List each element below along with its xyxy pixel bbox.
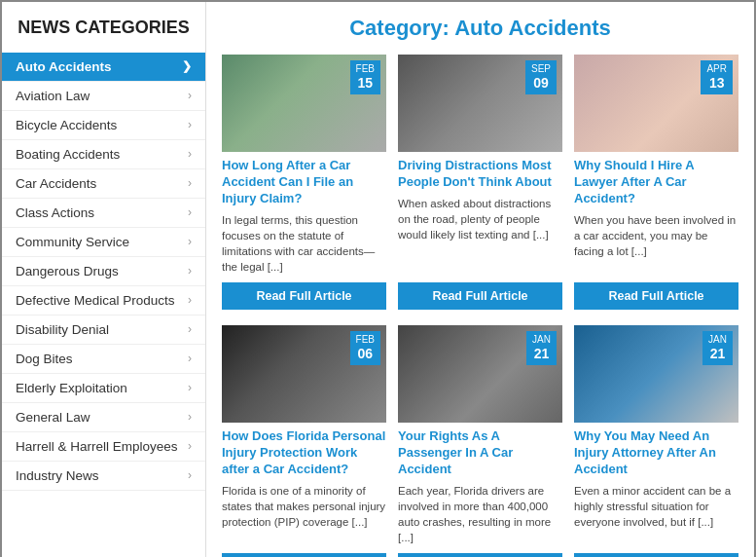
article-date-month: FEB	[356, 334, 375, 346]
article-title: Driving Distractions Most People Don't T…	[398, 158, 562, 191]
sidebar-item-elderly-exploitation[interactable]: Elderly Exploitation›	[2, 374, 205, 403]
chevron-right-icon: ›	[188, 264, 192, 278]
sidebar-title: NEWS CATEGORIES	[2, 18, 205, 53]
sidebar-item-label: Elderly Exploitation	[16, 381, 127, 395]
chevron-right-icon: ›	[188, 293, 192, 307]
sidebar-item-label: Dog Bites	[16, 352, 73, 366]
article-excerpt: Even a minor accident can be a highly st…	[574, 483, 738, 545]
article-body: How Long After a Car Accident Can I File…	[222, 152, 386, 314]
article-date-badge: JAN21	[702, 331, 733, 365]
article-image-wrap: APR13	[574, 55, 738, 152]
article-card: FEB15How Long After a Car Accident Can I…	[222, 55, 386, 314]
chevron-right-icon: ›	[188, 322, 192, 336]
article-body: Driving Distractions Most People Don't T…	[398, 152, 562, 314]
main-content: Category: Auto Accidents FEB15How Long A…	[206, 2, 754, 557]
sidebar-item-class-actions[interactable]: Class Actions›	[2, 199, 205, 228]
article-body: Why Should I Hire A Lawyer After A Car A…	[574, 152, 738, 314]
article-card: APR13Why Should I Hire A Lawyer After A …	[574, 55, 738, 314]
sidebar-item-dog-bites[interactable]: Dog Bites›	[2, 345, 205, 374]
article-body: Your Rights As A Passenger In A Car Acci…	[398, 423, 562, 557]
sidebar-item-boating-accidents[interactable]: Boating Accidents›	[2, 140, 205, 169]
sidebar-item-label: Car Accidents	[16, 176, 96, 191]
article-title: How Long After a Car Accident Can I File…	[222, 158, 386, 207]
sidebar-item-label: Boating Accidents	[16, 147, 120, 162]
chevron-right-icon: ›	[188, 439, 192, 453]
read-full-article-button[interactable]: Read Full Article	[574, 553, 738, 557]
article-title: Why You May Need An Injury Attorney Afte…	[574, 428, 738, 478]
chevron-right-icon: ›	[188, 89, 192, 102]
article-card: JAN21Your Rights As A Passenger In A Car…	[398, 325, 562, 557]
article-date-badge: SEP09	[525, 60, 557, 94]
read-full-article-button[interactable]: Read Full Article	[222, 282, 386, 310]
sidebar-item-label: Class Actions	[16, 205, 94, 220]
sidebar-item-community-service[interactable]: Community Service›	[2, 228, 205, 257]
article-excerpt: Florida is one of a minority of states t…	[222, 483, 386, 545]
sidebar-item-label: Defective Medical Products	[16, 293, 175, 308]
sidebar-item-label: General Law	[16, 410, 90, 425]
chevron-right-icon: ›	[188, 118, 192, 131]
articles-grid: FEB15How Long After a Car Accident Can I…	[222, 55, 738, 557]
article-title: Why Should I Hire A Lawyer After A Car A…	[574, 158, 738, 207]
chevron-right-icon: ›	[188, 468, 192, 482]
article-card: FEB06How Does Florida Personal Injury Pr…	[222, 325, 386, 557]
sidebar-item-car-accidents[interactable]: Car Accidents›	[2, 169, 205, 199]
sidebar-item-general-law[interactable]: General Law›	[2, 403, 205, 432]
sidebar-item-label: Aviation Law	[16, 89, 90, 103]
chevron-right-icon: ›	[188, 176, 192, 190]
sidebar-item-label: Industry News	[16, 468, 99, 483]
article-date-day: 13	[706, 75, 727, 92]
sidebar-item-bicycle-accidents[interactable]: Bicycle Accidents›	[2, 111, 205, 140]
article-date-badge: FEB06	[350, 331, 380, 365]
sidebar-item-harrell--harrell-employees[interactable]: Harrell & Harrell Employees›	[2, 432, 205, 462]
article-date-day: 21	[708, 346, 727, 362]
chevron-right-icon: ›	[188, 352, 192, 365]
article-body: How Does Florida Personal Injury Protect…	[222, 423, 386, 557]
sidebar-item-defective-medical-products[interactable]: Defective Medical Products›	[2, 286, 205, 316]
sidebar-item-aviation-law[interactable]: Aviation Law›	[2, 82, 205, 111]
article-image-wrap: JAN21	[574, 325, 738, 423]
sidebar-item-label: Harrell & Harrell Employees	[16, 439, 178, 454]
sidebar-item-label: Auto Accidents	[16, 59, 112, 74]
article-date-month: JAN	[708, 334, 727, 346]
article-card: SEP09Driving Distractions Most People Do…	[398, 55, 562, 314]
article-date-month: SEP	[531, 63, 551, 75]
read-full-article-button[interactable]: Read Full Article	[398, 282, 562, 310]
chevron-right-icon: ›	[188, 235, 192, 248]
article-image-wrap: FEB15	[222, 55, 386, 152]
article-image-wrap: JAN21	[398, 325, 562, 423]
article-image-wrap: SEP09	[398, 55, 562, 152]
article-date-day: 09	[531, 75, 551, 92]
read-full-article-button[interactable]: Read Full Article	[222, 553, 386, 557]
chevron-right-icon: ›	[188, 381, 192, 394]
article-date-day: 15	[356, 75, 375, 92]
sidebar-item-label: Community Service	[16, 235, 129, 249]
page-container: NEWS CATEGORIES Auto Accidents❯Aviation …	[0, 0, 756, 557]
article-card: JAN21Why You May Need An Injury Attorney…	[574, 325, 738, 557]
article-title: Your Rights As A Passenger In A Car Acci…	[398, 428, 562, 478]
article-title: How Does Florida Personal Injury Protect…	[222, 428, 386, 478]
article-image-wrap: FEB06	[222, 325, 386, 423]
sidebar-item-auto-accidents[interactable]: Auto Accidents❯	[2, 53, 205, 82]
sidebar-item-disability-denial[interactable]: Disability Denial›	[2, 316, 205, 345]
article-excerpt: When you have been involved in a car acc…	[574, 212, 738, 275]
article-body: Why You May Need An Injury Attorney Afte…	[574, 423, 738, 557]
sidebar-item-label: Bicycle Accidents	[16, 118, 117, 132]
read-full-article-button[interactable]: Read Full Article	[574, 282, 738, 310]
page-title: Category: Auto Accidents	[222, 16, 738, 41]
article-date-badge: APR13	[701, 60, 733, 94]
article-date-badge: FEB15	[350, 60, 380, 94]
article-date-day: 06	[356, 346, 375, 362]
sidebar: NEWS CATEGORIES Auto Accidents❯Aviation …	[2, 2, 206, 557]
article-date-month: FEB	[356, 63, 375, 75]
article-date-month: APR	[706, 63, 727, 75]
sidebar-item-industry-news[interactable]: Industry News›	[2, 462, 205, 491]
chevron-right-icon: ›	[188, 410, 192, 424]
chevron-right-icon: ›	[188, 205, 192, 219]
article-date-badge: JAN21	[526, 331, 557, 365]
article-date-day: 21	[532, 346, 551, 362]
sidebar-item-label: Dangerous Drugs	[16, 264, 119, 278]
sidebar-item-dangerous-drugs[interactable]: Dangerous Drugs›	[2, 257, 205, 286]
article-excerpt: When asked about distractions on the roa…	[398, 196, 562, 275]
read-full-article-button[interactable]: Read Full Article	[398, 553, 562, 557]
sidebar-items-list: Auto Accidents❯Aviation Law›Bicycle Acci…	[2, 53, 205, 491]
